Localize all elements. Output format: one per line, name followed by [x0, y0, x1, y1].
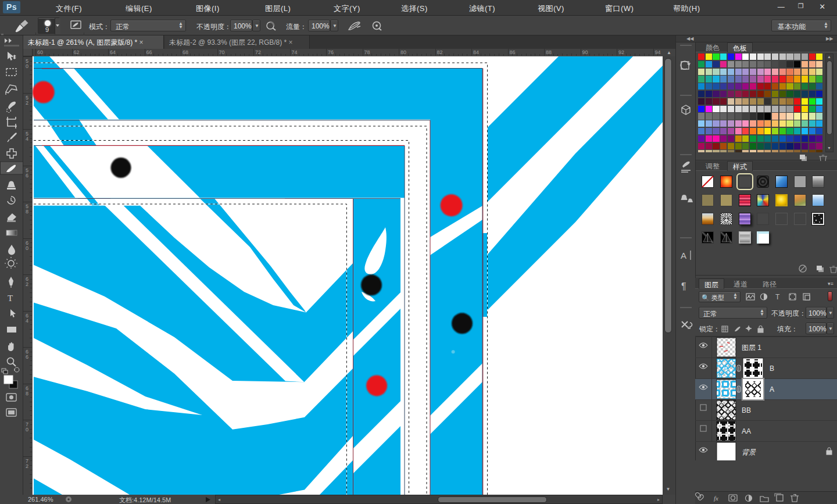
svg-text:A: A [770, 385, 774, 394]
svg-text:BB: BB [742, 406, 751, 414]
svg-text:A: A [681, 251, 686, 260]
svg-text:背景: 背景 [742, 448, 756, 456]
svg-text:图层 1: 图层 1 [742, 344, 761, 352]
svg-text:AA: AA [742, 427, 751, 435]
svg-text:B: B [770, 364, 774, 373]
svg-text:fx: fx [714, 495, 718, 502]
svg-text:T: T [775, 293, 780, 301]
svg-text:¶: ¶ [681, 281, 686, 291]
svg-text:T: T [8, 294, 13, 303]
